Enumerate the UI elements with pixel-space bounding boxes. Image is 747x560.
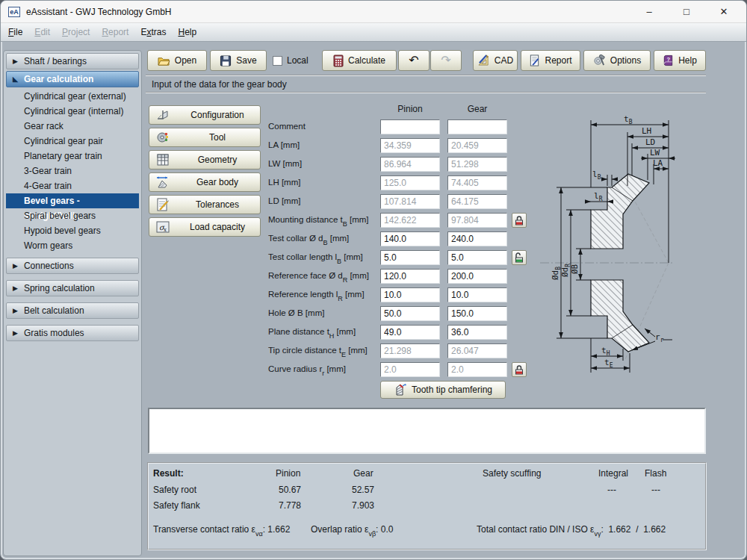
form-row-mounting-distance: Mounting distance tB [mm] [268,213,530,228]
comment-pinion-input[interactable] [380,119,440,134]
tool-button[interactable]: Tool [149,128,261,147]
open-folder-icon [158,55,170,66]
maximize-button[interactable]: □ [672,3,701,21]
lw-gear-input[interactable] [447,157,507,172]
plane-distance-pinion-input[interactable] [380,325,440,340]
tooth-tip-chamfering-button[interactable]: Tooth tip chamfering [380,381,506,399]
help-button[interactable]: ? Help [654,50,706,71]
form-label: Reference length lR [mm] [268,290,365,301]
configuration-button[interactable]: Configuration [149,105,261,125]
form-row-tip-circle-distance: Tip circle distance tE [mm] [268,343,530,358]
sidebar: ▶ Shaft / bearings ◣ Gear calculation Cy… [3,50,142,556]
reference-length-gear-input[interactable] [447,287,507,302]
menu-edit[interactable]: Edit [34,27,50,37]
mounting-distance-gear-input[interactable] [447,213,507,228]
curve-radius-pinion-input[interactable] [380,362,440,377]
sidebar-section-spring-calculation[interactable]: ▶ Spring calculation [6,280,139,296]
form-row-lw: LW [mm] [268,157,530,172]
test-collar-length-pinion-input[interactable] [380,250,440,265]
hole-diameter-pinion-input[interactable] [380,306,440,321]
menu-file[interactable]: File [8,27,22,37]
tolerances-button[interactable]: Tolerances [149,195,261,214]
sidebar-item-cylindrical-gear-internal[interactable]: Cylindrical gear (internal) [6,104,139,119]
form-row-comment: Comment [268,119,530,134]
minimize-button[interactable]: – [634,3,664,21]
sidebar-item-gear-rack[interactable]: Gear rack [6,119,139,134]
undo-button[interactable]: ↶ [398,50,430,71]
lh-pinion-input[interactable] [380,175,440,190]
sidebar-section-gratis-modules[interactable]: ▶ Gratis modules [6,325,139,341]
ld-pinion-input[interactable] [380,194,440,209]
sidebar-item-bevel-gears[interactable]: Bevel gears - straight/heli... [6,193,139,208]
reference-length-pinion-input[interactable] [380,287,440,302]
test-collar-diameter-gear-input[interactable] [447,231,507,246]
report-button[interactable]: Report [521,50,580,71]
local-checkbox[interactable] [273,56,282,66]
hole-diameter-gear-input[interactable] [447,306,507,321]
bevel-gear-drawing: tB LH LD LW LA lB lR ØdB ØdR ØB tH tE rr [524,102,747,386]
reference-face-diameter-gear-input[interactable] [447,269,507,284]
sidebar-item-cylindrical-gear-external[interactable]: Cylindrical gear (external) [6,89,139,104]
transverse-contact-ratio: Transverse contact ratio εvα: 1.662 [153,524,290,536]
safety-root-gear-value: 52.57 [352,485,374,495]
sidebar-section-belt-calculation[interactable]: ▶ Belt calculation [6,302,139,319]
safety-flank-label: Safety flank [153,500,200,511]
sidebar-item-hypoid-bevel-gears[interactable]: Hypoid bevel gears [6,223,139,238]
svg-text:tH: tH [601,346,610,357]
redo-button[interactable]: ↷ [430,50,462,71]
sidebar-item-4-gear-train[interactable]: 4-Gear train [6,178,139,193]
safety-root-label: Safety root [153,485,196,495]
cad-button[interactable]: CAD [473,50,518,71]
form-row-hole-diameter: Hole Ø B [mm] [268,306,530,321]
tip-circle-distance-gear-input[interactable] [447,343,507,358]
save-button[interactable]: Save [210,50,267,71]
sidebar-item-planetary-gear-train[interactable]: Planetary gear train [6,149,139,164]
comment-gear-input[interactable] [447,119,507,134]
form-label: Comment [268,122,306,133]
sidebar-section-connections[interactable]: ▶ Connections [6,258,139,274]
test-collar-length-gear-input[interactable] [447,250,507,265]
menu-help[interactable]: Help [178,27,196,37]
sidebar-item-3-gear-train[interactable]: 3-Gear train [6,164,139,178]
menu-report[interactable]: Report [102,27,128,37]
safety-root-flash-value: --- [651,485,660,495]
form-row-test-collar-length: Test collar length lB [mm] [268,250,530,265]
mounting-distance-pinion-input[interactable] [380,213,440,228]
svg-text:tB: tB [624,114,633,125]
plane-distance-gear-input[interactable] [447,325,507,340]
svg-text:ØB: ØB [570,264,580,274]
lw-pinion-input[interactable] [380,157,440,172]
tip-circle-distance-pinion-input[interactable] [380,343,440,358]
reference-face-diameter-pinion-input[interactable] [380,269,440,284]
open-button[interactable]: Open [147,50,207,71]
safety-root-pinion-value: 50.67 [279,485,301,495]
calculate-button[interactable]: Calculate [322,50,397,71]
menu-extras[interactable]: Extras [140,27,166,37]
sidebar-section-gear-calculation[interactable]: ◣ Gear calculation [6,71,139,87]
lh-gear-input[interactable] [447,175,507,190]
curve-radius-gear-input[interactable] [447,362,507,377]
svg-text:?: ? [667,56,671,63]
ld-gear-input[interactable] [447,194,507,209]
form-label: Curve radius rr [mm] [268,364,346,376]
lock-open-icon [514,252,524,264]
tolerances-icon [155,197,170,212]
gear-body-button[interactable]: Gear body [149,172,261,192]
test-collar-diameter-pinion-input[interactable] [380,231,440,246]
form-label: Hole Ø B [mm] [268,308,324,320]
la-pinion-input[interactable] [380,138,440,153]
menu-project[interactable]: Project [62,27,90,37]
options-button[interactable]: Options [583,50,651,71]
svg-text:LA: LA [653,158,663,168]
sidebar-item-cylindrical-gear-pair[interactable]: Cylindrical gear pair [6,134,139,149]
geometry-button[interactable]: Geometry [149,150,261,169]
sidebar-item-spiral-bevel-gears[interactable]: Spiral bevel gears [6,208,139,223]
sidebar-item-worm-gears[interactable]: Worm gears [6,238,139,253]
sidebar-section-shaft-bearings[interactable]: ▶ Shaft / bearings [6,53,139,69]
load-capacity-button[interactable]: σ x Load capacity [149,217,261,237]
close-button[interactable]: ✕ [709,3,739,21]
message-area[interactable] [148,408,706,454]
overlap-ratio: Overlap ratio εvβ: 0.0 [311,524,393,536]
svg-text:rr: rr [655,332,664,343]
la-gear-input[interactable] [447,138,507,153]
